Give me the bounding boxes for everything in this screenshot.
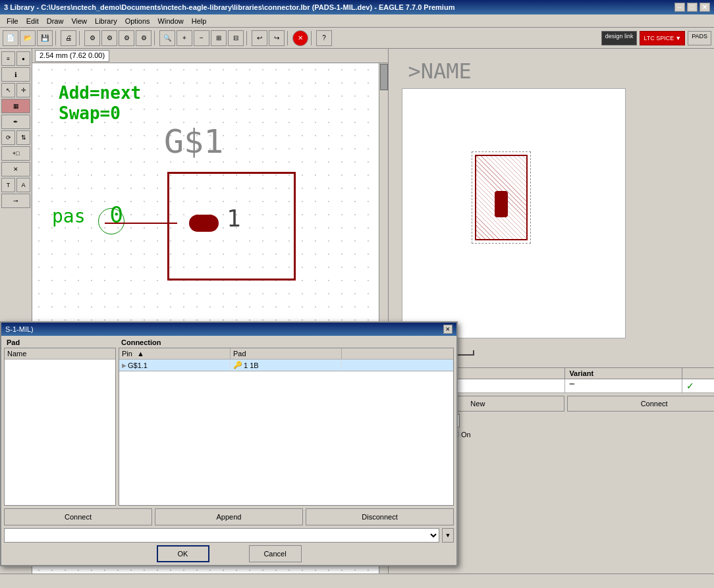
append-dialog-button[interactable]: Append xyxy=(155,508,303,525)
connect-dialog-button[interactable]: Connect xyxy=(4,508,152,525)
connection-header: Connection xyxy=(119,338,454,346)
flip-btn[interactable]: ⇅ xyxy=(16,130,30,145)
print-button[interactable]: 🖨 xyxy=(61,30,76,46)
disconnect-dialog-button[interactable]: Disconnect xyxy=(306,508,454,525)
pad-cell: 🔑 1 1B xyxy=(231,360,342,371)
pin-col-header[interactable]: Pin ▲ xyxy=(119,348,231,359)
toolbar-separator-1 xyxy=(55,31,58,45)
save-button[interactable]: 💾 xyxy=(37,30,53,46)
select-btn[interactable]: ↖ xyxy=(1,83,15,97)
connection-dropdown[interactable] xyxy=(4,528,439,543)
add-part-btn[interactable]: +□ xyxy=(1,146,30,161)
menu-draw[interactable]: Draw xyxy=(43,16,68,26)
dialog-close-button[interactable]: ✕ xyxy=(443,325,453,334)
dialog-headers: Pad Connection xyxy=(4,338,454,346)
variant-col-header: Variant xyxy=(565,368,682,379)
menu-file[interactable]: File xyxy=(3,16,22,26)
pads-button[interactable]: PADS xyxy=(688,31,711,45)
pin-line xyxy=(105,223,177,224)
design-link-button[interactable]: design link xyxy=(601,31,638,45)
info-btn[interactable]: ℹ xyxy=(1,67,30,82)
gs1-label: G$1 xyxy=(164,122,223,161)
undo-button[interactable]: ↩ xyxy=(252,30,267,46)
dialog-bottom: Connect Append Disconnect ▼ OK Cancel xyxy=(4,508,454,562)
toolbar-right: design link LTC SPICE▼ PADS xyxy=(601,31,711,45)
lt-row-2: ↖ ✛ xyxy=(1,83,30,97)
radio-on-label: On xyxy=(461,431,471,439)
zoom-fit-button[interactable]: ⊞ xyxy=(211,30,227,46)
main-action-buttons: Connect Append Disconnect xyxy=(4,508,454,525)
menu-library[interactable]: Library xyxy=(91,16,121,26)
preview-name-text: >NAME xyxy=(408,59,472,84)
connect-button-right[interactable]: Connect xyxy=(567,396,714,412)
tb-btn-9[interactable]: 🔍 xyxy=(159,30,175,46)
rpane-header: Pin ▲ Pad xyxy=(119,348,453,360)
pad-name-header: Name xyxy=(5,348,115,360)
pad-names-pane[interactable]: Name xyxy=(4,348,116,506)
menu-options[interactable]: Options xyxy=(121,16,154,26)
cancel-button[interactable]: Cancel xyxy=(249,545,302,562)
coord-display: 2.54 mm (7.62 0.00) xyxy=(35,50,109,62)
ok-cancel-row: OK Cancel xyxy=(4,545,454,562)
add-swap-text: Add=next Swap=0 xyxy=(59,83,141,124)
menu-bar: File Edit Draw View Library Options Wind… xyxy=(0,14,714,28)
toolbar-separator-6 xyxy=(311,31,314,45)
dialog-table-container: Name Pin ▲ Pad ▶ xyxy=(4,348,454,506)
pin-number-1: 1 xyxy=(227,205,241,232)
stop-button[interactable]: ✕ xyxy=(292,30,308,46)
variant-value: "" xyxy=(565,379,682,393)
toolbar-separator-3 xyxy=(154,31,157,45)
delete-btn[interactable]: ✕ xyxy=(1,162,30,176)
pad-col-header[interactable]: Pad xyxy=(231,348,342,359)
menu-view[interactable]: View xyxy=(67,16,91,26)
tb-btn-7[interactable]: ⚙ xyxy=(119,30,134,46)
dialog-overlay: S-1-MIL) ✕ Pad Connection Name Pin ▲ xyxy=(0,321,458,566)
attr-btn[interactable]: A xyxy=(16,178,30,192)
tb-btn-8[interactable]: ⚙ xyxy=(136,30,151,46)
menu-window[interactable]: Window xyxy=(154,16,188,26)
help-button[interactable]: ? xyxy=(316,30,332,46)
dialog-title: S-1-MIL) xyxy=(5,325,34,333)
open-button[interactable]: 📂 xyxy=(20,30,36,46)
toolbar-separator-2 xyxy=(79,31,82,45)
tb-btn-5[interactable]: ⚙ xyxy=(84,30,100,46)
redo-button[interactable]: ↪ xyxy=(269,30,285,46)
zoom-all-button[interactable]: ⊟ xyxy=(228,30,244,46)
ltc-spice-button[interactable]: LTC SPICE▼ xyxy=(640,31,685,45)
crosshair-btn[interactable]: ✛ xyxy=(16,83,30,97)
expand-arrow[interactable]: ▶ G$1.1 xyxy=(119,360,231,371)
table-row[interactable]: ▶ G$1.1 🔑 1 1B xyxy=(119,360,453,371)
check-col-header xyxy=(682,368,714,379)
coord-bar: 2.54 mm (7.62 0.00) xyxy=(32,49,388,63)
draw-btn-1[interactable]: ▦ xyxy=(1,99,30,113)
rotate-btn[interactable]: ⟳ xyxy=(1,130,15,145)
status-bar xyxy=(0,574,714,588)
scroll-thumb[interactable] xyxy=(380,64,388,90)
pin-btn[interactable]: ⊸ xyxy=(1,194,30,208)
minimize-button[interactable]: ─ xyxy=(674,3,685,12)
dropdown-row: ▼ xyxy=(4,528,454,543)
new-button[interactable]: 📄 xyxy=(3,30,18,46)
maximize-button[interactable]: □ xyxy=(687,3,698,12)
connection-pane[interactable]: Pin ▲ Pad ▶ G$1.1 🔑 1 1 xyxy=(119,348,454,506)
dropdown-arrow[interactable]: ▼ xyxy=(442,528,454,543)
lt-row-4: T A xyxy=(1,178,30,192)
text-btn[interactable]: T xyxy=(1,178,15,192)
color-btn[interactable]: ● xyxy=(16,51,30,66)
check-mark: ✓ xyxy=(682,379,714,393)
menu-edit[interactable]: Edit xyxy=(22,16,43,26)
pad-oval xyxy=(189,215,219,232)
layer-btn[interactable]: ≡ xyxy=(1,51,15,66)
zoom-out-button[interactable]: − xyxy=(194,30,209,46)
ok-button[interactable]: OK xyxy=(157,545,209,562)
close-button[interactable]: ✕ xyxy=(700,3,710,12)
name-col-header: Name xyxy=(7,350,113,358)
title-bar: 3 Library - C:\Users\nctech_demo\Documen… xyxy=(0,0,714,14)
zoom-in-button[interactable]: + xyxy=(177,30,192,46)
draw-btn-2[interactable]: ✒ xyxy=(1,115,30,129)
preview-area xyxy=(402,88,626,338)
extra-cell xyxy=(342,360,453,371)
lt-row-3: ⟳ ⇅ xyxy=(1,130,30,145)
tb-btn-6[interactable]: ⚙ xyxy=(101,30,117,46)
menu-help[interactable]: Help xyxy=(188,16,211,26)
